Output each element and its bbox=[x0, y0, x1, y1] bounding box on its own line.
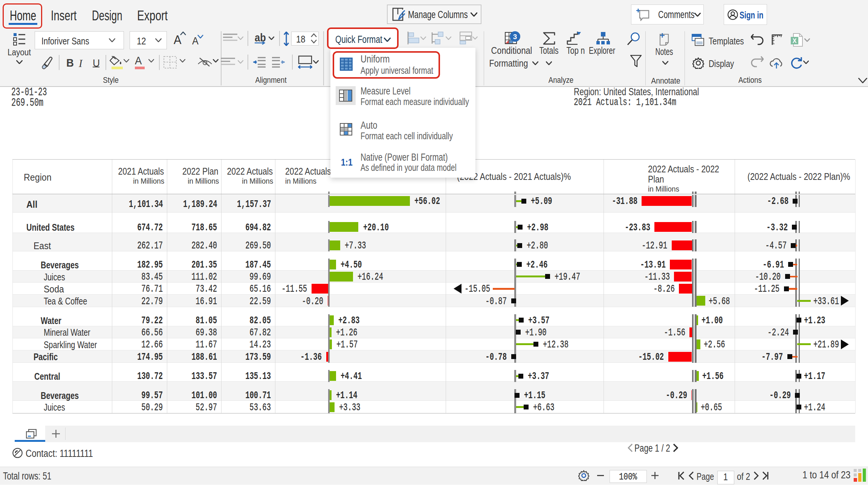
svg-text:X: X bbox=[793, 38, 797, 44]
svg-text:3: 3 bbox=[513, 33, 517, 41]
